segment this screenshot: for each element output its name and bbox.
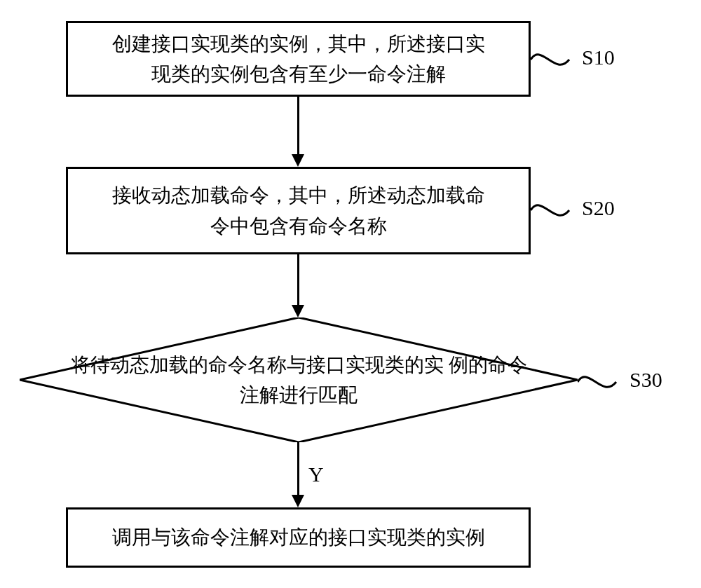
flowchart-canvas: 创建接口实现类的实例，其中，所述接口实 现类的实例包含有至少一命令注解 S10 … bbox=[0, 0, 701, 588]
arrow-s30-to-final bbox=[292, 442, 304, 507]
flowchart-step-final: 调用与该命令注解对应的接口实现类的实例 bbox=[66, 507, 531, 568]
flowchart-step-s10: 创建接口实现类的实例，其中，所述接口实 现类的实例包含有至少一命令注解 bbox=[66, 21, 531, 97]
flowchart-step-s20: 接收动态加载命令，其中，所述动态加载命 令中包含有命令名称 bbox=[66, 167, 531, 254]
step-s10-text: 创建接口实现类的实例，其中，所述接口实 现类的实例包含有至少一命令注解 bbox=[112, 29, 485, 90]
step-label-s30: S30 bbox=[629, 368, 662, 392]
step-final-text: 调用与该命令注解对应的接口实现类的实例 bbox=[112, 522, 485, 552]
step-label-s10: S10 bbox=[582, 46, 615, 69]
arrow-s20-to-s30 bbox=[292, 254, 304, 317]
decision-yes-label: Y bbox=[308, 463, 324, 486]
step-s20-text: 接收动态加载命令，其中，所述动态加载命 令中包含有命令名称 bbox=[112, 180, 485, 241]
step-label-s20: S20 bbox=[582, 196, 615, 220]
step-s30-text: 将待动态加载的命令名称与接口实现类的实 例的命令注解进行匹配 bbox=[62, 350, 536, 411]
flowchart-decision-s30: 将待动态加载的命令名称与接口实现类的实 例的命令注解进行匹配 bbox=[20, 317, 578, 442]
arrow-s10-to-s20 bbox=[292, 97, 304, 167]
